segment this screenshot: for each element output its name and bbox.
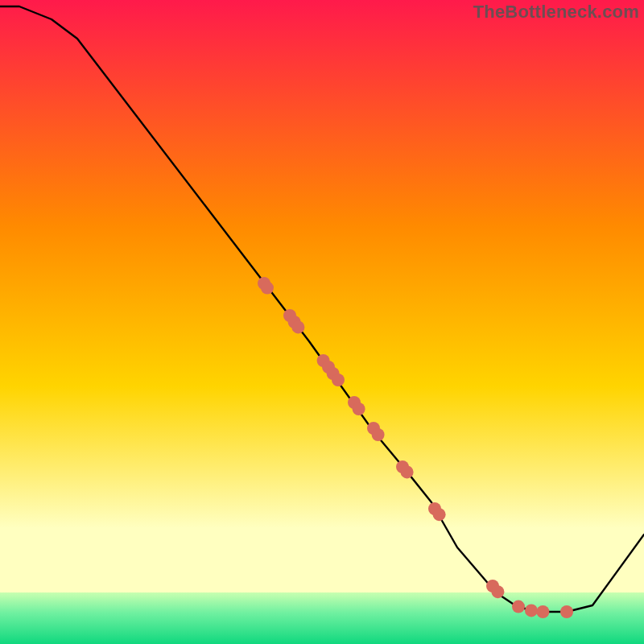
marker-dot xyxy=(401,465,414,478)
curve-markers xyxy=(258,277,573,618)
watermark-text: TheBottleneck.com xyxy=(473,2,639,23)
marker-dot xyxy=(536,605,549,618)
marker-dot xyxy=(332,374,345,386)
marker-dot xyxy=(512,601,525,613)
marker-dot xyxy=(291,320,304,333)
marker-dot xyxy=(525,604,538,617)
marker-dot xyxy=(261,282,274,295)
marker-dot xyxy=(433,508,446,521)
chart-canvas: { "watermark": "TheBottleneck.com", "col… xyxy=(0,0,644,644)
marker-dot xyxy=(491,585,504,598)
marker-dot xyxy=(353,402,365,415)
chart-plot xyxy=(0,0,644,644)
bottleneck-curve xyxy=(0,6,644,612)
marker-dot xyxy=(372,428,385,441)
marker-dot xyxy=(560,605,573,618)
